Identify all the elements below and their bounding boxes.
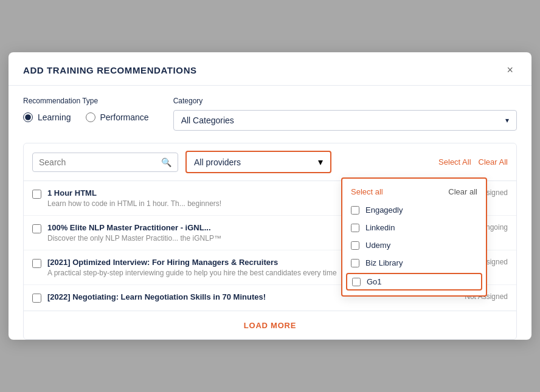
checkbox-engagedly[interactable] [351,206,359,215]
modal-overlay: ADD TRAINING RECOMMENDATIONS × Recommend… [0,0,540,392]
radio-performance-label: Performance [100,112,149,122]
recommendation-type-label: Recommendation Type [23,97,149,105]
dropdown-item-label-biz-library: Biz Library [365,258,403,267]
category-select[interactable]: All Categories ▾ [173,110,517,131]
modal-container: ADD TRAINING RECOMMENDATIONS × Recommend… [9,52,531,340]
provider-dropdown-container: All providers ▾ Select all Clear all [185,151,331,173]
checkbox-udemy[interactable] [351,241,359,250]
dropdown-item-udemy[interactable]: Udemy [342,236,486,254]
item-desc-1: Learn how to code in HTML in 1 hour. Th.… [47,199,339,208]
load-more-button[interactable]: LOAD MORE [244,321,296,330]
provider-chevron-icon: ▾ [318,156,323,168]
dropdown-item-label-go1: Go1 [367,277,382,286]
category-selected-text: All Categories [181,115,234,125]
select-all-button[interactable]: Select All [438,157,471,167]
radio-learning-input[interactable] [23,112,33,122]
dropdown-item-biz-library[interactable]: Biz Library [342,254,486,272]
item-checkbox-2[interactable] [32,224,41,233]
dropdown-header: Select all Clear all [342,185,486,201]
item-desc-3: A practical step-by-step interviewing gu… [47,269,339,277]
dropdown-item-label-linkedin: Linkedin [365,223,395,232]
radio-performance[interactable]: Performance [86,112,149,122]
dropdown-item-engagedly[interactable]: Engagedly [342,201,486,219]
provider-selected-text: All providers [194,157,241,167]
item-checkbox-3[interactable] [32,259,41,268]
search-input[interactable] [39,157,156,167]
provider-dropdown-button[interactable]: All providers ▾ [185,151,331,173]
radio-learning[interactable]: Learning [23,112,71,122]
content-area: 🔍 All providers ▾ Select all Clear all [23,143,517,340]
category-chevron-icon: ▾ [505,116,509,125]
item-checkbox-1[interactable] [32,190,41,199]
dropdown-item-go1[interactable]: Go1 [346,273,482,291]
checkbox-biz-library[interactable] [351,259,359,267]
clear-all-button[interactable]: Clear All [479,157,508,167]
dropdown-item-label-engagedly: Engagedly [365,205,403,215]
toolbar: 🔍 All providers ▾ Select all Clear all [24,143,516,181]
dropdown-item-linkedin[interactable]: Linkedin [342,219,486,236]
recommendation-row: Recommendation Type Learning Performance [23,97,517,131]
radio-learning-label: Learning [38,112,71,122]
checkbox-linkedin[interactable] [351,224,359,232]
search-icon: 🔍 [161,157,171,167]
dropdown-select-all-button[interactable]: Select all [351,187,383,196]
radio-performance-input[interactable] [86,112,95,122]
category-label: Category [173,97,517,105]
modal-header: ADD TRAINING RECOMMENDATIONS × [9,52,531,86]
search-box[interactable]: 🔍 [32,153,178,172]
item-desc-2: Discover the only NLP Master Practitio..… [47,234,339,242]
radio-group: Learning Performance [23,112,149,122]
modal-body: Recommendation Type Learning Performance [9,86,531,340]
item-checkbox-4[interactable] [32,294,41,303]
category-group: Category All Categories ▾ [173,97,517,131]
modal-title: ADD TRAINING RECOMMENDATIONS [23,65,197,75]
checkbox-go1[interactable] [352,278,361,286]
close-button[interactable]: × [503,63,517,77]
dropdown-item-label-udemy: Udemy [365,241,390,250]
recommendation-type-group: Recommendation Type Learning Performance [23,97,149,122]
dropdown-clear-all-button[interactable]: Clear all [448,187,477,196]
load-more-section: LOAD MORE [24,311,516,339]
provider-dropdown-menu: Select all Clear all Engagedly Linkedin [341,177,487,297]
